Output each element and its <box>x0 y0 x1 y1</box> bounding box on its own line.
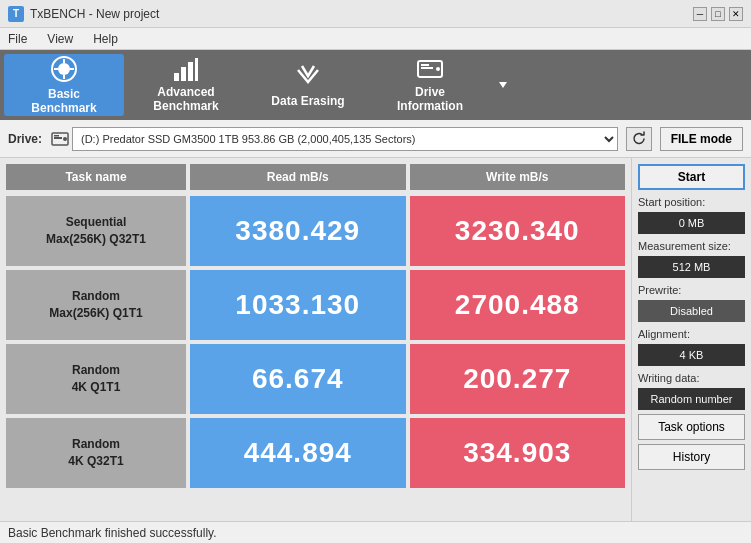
prewrite-label: Prewrite: <box>638 284 745 296</box>
svg-rect-8 <box>421 67 433 69</box>
measurement-size-value: 512 MB <box>638 256 745 278</box>
svg-rect-2 <box>174 73 179 81</box>
file-mode-button[interactable]: FILE mode <box>660 127 743 151</box>
app-icon: T <box>8 6 24 22</box>
basic-benchmark-label: BasicBenchmark <box>31 87 96 116</box>
cell-write-0: 3230.340 <box>410 196 626 266</box>
tab-data-erasing[interactable]: Data Erasing <box>248 54 368 116</box>
status-message: Basic Benchmark finished successfully. <box>8 526 217 540</box>
start-button[interactable]: Start <box>638 164 745 190</box>
drive-type-icon <box>50 129 70 149</box>
alignment-value: 4 KB <box>638 344 745 366</box>
drive-refresh-button[interactable] <box>626 127 652 151</box>
main-content: Task name Read mB/s Write mB/s Sequentia… <box>0 158 751 521</box>
title-bar-left: T TxBENCH - New project <box>8 6 159 22</box>
toolbar: BasicBenchmark AdvancedBenchmark Data Er… <box>0 50 751 120</box>
svg-point-12 <box>63 137 67 141</box>
tab-basic-benchmark[interactable]: BasicBenchmark <box>4 54 124 116</box>
cell-read-3: 444.894 <box>190 418 406 488</box>
writing-data-value: Random number <box>638 388 745 410</box>
cell-write-1: 2700.488 <box>410 270 626 340</box>
col-header-read: Read mB/s <box>190 164 406 190</box>
app-title: TxBENCH - New project <box>30 7 159 21</box>
row-label-3: Random 4K Q32T1 <box>6 418 186 488</box>
svg-rect-4 <box>188 62 193 81</box>
drive-bar: Drive: (D:) Predator SSD GM3500 1TB 953.… <box>0 120 751 158</box>
tab-advanced-benchmark[interactable]: AdvancedBenchmark <box>126 54 246 116</box>
menu-file[interactable]: File <box>4 31 31 47</box>
drive-information-icon <box>416 57 444 81</box>
start-position-label: Start position: <box>638 196 745 208</box>
menu-view[interactable]: View <box>43 31 77 47</box>
svg-point-7 <box>436 67 440 71</box>
svg-marker-10 <box>499 82 507 88</box>
cell-read-1: 1033.130 <box>190 270 406 340</box>
cell-write-3: 334.903 <box>410 418 626 488</box>
svg-point-1 <box>58 63 70 75</box>
minimize-button[interactable]: ─ <box>693 7 707 21</box>
table-row: Random Max(256K) Q1T1 1033.130 2700.488 <box>6 270 625 340</box>
task-options-button[interactable]: Task options <box>638 414 745 440</box>
status-bar: Basic Benchmark finished successfully. <box>0 521 751 543</box>
drive-selector[interactable]: (D:) Predator SSD GM3500 1TB 953.86 GB (… <box>72 127 618 151</box>
svg-rect-9 <box>421 64 429 66</box>
row-label-1: Random Max(256K) Q1T1 <box>6 270 186 340</box>
table-row: Sequential Max(256K) Q32T1 3380.429 3230… <box>6 196 625 266</box>
sidebar: Start Start position: 0 MB Measurement s… <box>631 158 751 521</box>
table-header: Task name Read mB/s Write mB/s <box>6 164 625 190</box>
cell-read-0: 3380.429 <box>190 196 406 266</box>
alignment-label: Alignment: <box>638 328 745 340</box>
table-row: Random 4K Q1T1 66.674 200.277 <box>6 344 625 414</box>
menu-bar: File View Help <box>0 28 751 50</box>
advanced-benchmark-icon <box>172 57 200 81</box>
tab-drive-information[interactable]: DriveInformation <box>370 54 490 116</box>
svg-rect-13 <box>54 137 62 139</box>
benchmark-table: Task name Read mB/s Write mB/s Sequentia… <box>0 158 631 521</box>
drive-information-label: DriveInformation <box>397 85 463 114</box>
advanced-benchmark-label: AdvancedBenchmark <box>153 85 218 114</box>
title-bar: T TxBENCH - New project ─ □ ✕ <box>0 0 751 28</box>
writing-data-label: Writing data: <box>638 372 745 384</box>
col-header-task: Task name <box>6 164 186 190</box>
cell-read-2: 66.674 <box>190 344 406 414</box>
svg-rect-14 <box>54 135 59 137</box>
col-header-write: Write mB/s <box>410 164 626 190</box>
cell-write-2: 200.277 <box>410 344 626 414</box>
basic-benchmark-icon <box>50 55 78 83</box>
table-row: Random 4K Q32T1 444.894 334.903 <box>6 418 625 488</box>
maximize-button[interactable]: □ <box>711 7 725 21</box>
window-controls: ─ □ ✕ <box>693 7 743 21</box>
history-button[interactable]: History <box>638 444 745 470</box>
row-label-0: Sequential Max(256K) Q32T1 <box>6 196 186 266</box>
menu-help[interactable]: Help <box>89 31 122 47</box>
row-label-2: Random 4K Q1T1 <box>6 344 186 414</box>
svg-rect-3 <box>181 67 186 81</box>
start-position-value: 0 MB <box>638 212 745 234</box>
svg-rect-5 <box>195 58 198 81</box>
toolbar-dropdown[interactable] <box>492 54 514 116</box>
data-erasing-icon <box>294 62 322 90</box>
data-erasing-label: Data Erasing <box>271 94 344 108</box>
prewrite-value: Disabled <box>638 300 745 322</box>
measurement-size-label: Measurement size: <box>638 240 745 252</box>
close-button[interactable]: ✕ <box>729 7 743 21</box>
drive-label: Drive: <box>8 132 42 146</box>
